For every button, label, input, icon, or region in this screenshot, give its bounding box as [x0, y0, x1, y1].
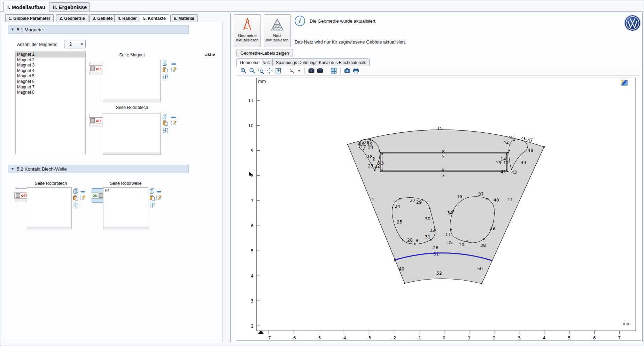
zoom-in-icon[interactable] [240, 67, 247, 74]
view-tab-geometrie[interactable]: Geometrie [236, 58, 263, 66]
magnet-list[interactable]: Magnet 1Magnet 2Magnet 3Magnet 4Magnet 5… [15, 52, 86, 154]
toggle-knob [16, 193, 20, 198]
kontakt-rotorwelle-toggle[interactable]: ON [92, 188, 104, 203]
zoom-extents-icon[interactable] [266, 67, 273, 74]
boundary-label-31: 31 [425, 234, 430, 239]
boundary-label-50: 50 [477, 266, 483, 271]
zoom-to-selection-icon[interactable] [73, 202, 79, 208]
clear-selection-icon[interactable] [156, 195, 162, 200]
magnet-list-item[interactable]: Magnet 1 [16, 52, 85, 57]
remove-selection-icon[interactable] [80, 189, 86, 195]
zoom-to-selection-icon[interactable] [149, 202, 155, 208]
graphics-toolbar [236, 66, 640, 76]
copy-selection-icon[interactable] [162, 114, 168, 119]
kontakt-rotorwelle-selection-box[interactable]: 51 [103, 187, 148, 229]
seite-rotorblech-toggle[interactable]: OFF [90, 114, 103, 127]
paste-selection-icon[interactable] [73, 195, 78, 200]
boundary-label-39: 39 [490, 226, 495, 231]
seite-rotorblech-title: Seite Rotorblech [116, 105, 148, 110]
remove-selection-icon[interactable] [156, 189, 162, 195]
tab-label: Spannungs-Dehnungs-Kurve des Blechmateri… [276, 60, 366, 65]
anzahl-magnete-dropdown[interactable]: 2 [64, 40, 86, 48]
transparency-icon[interactable] [316, 67, 324, 74]
selection-item[interactable]: 51 [103, 188, 148, 193]
magnet-list-item[interactable]: Magnet 5 [16, 73, 85, 79]
magnet-list-item[interactable]: Magnet 8 [16, 90, 85, 95]
toggle-on-label: ON [92, 194, 97, 197]
clear-selection-icon[interactable] [171, 120, 177, 125]
boundary-label-17: 17 [360, 144, 366, 149]
remove-selection-icon[interactable] [171, 61, 177, 67]
boundary-label-51: 51 [433, 251, 439, 257]
hscrollbar[interactable] [103, 100, 160, 102]
tab-modellaufbau[interactable]: I. Modellaufbau [3, 2, 49, 12]
tab-material[interactable]: 6. Material [170, 14, 198, 22]
x-axis-unit: mm [623, 321, 630, 326]
svg-text:4: 4 [251, 273, 254, 278]
svg-text:-2: -2 [392, 335, 396, 340]
paste-selection-icon[interactable] [149, 195, 155, 200]
tab-ergebnisse-label: II. Ergebnisse [53, 4, 87, 10]
svg-text:10: 10 [248, 123, 254, 128]
magnet-list-item[interactable]: Magnet 4 [16, 68, 85, 74]
tab-gebiete[interactable]: 3. Gebiete [89, 14, 116, 22]
copy-selection-icon[interactable] [73, 188, 79, 194]
zoom-to-selection-icon[interactable] [163, 127, 168, 133]
magnet-list-item[interactable]: Magnet 7 [16, 85, 85, 90]
window-divider [0, 11, 644, 11]
magnet-list-item[interactable]: Magnet 3 [16, 63, 85, 68]
show-geometry-labels-button[interactable]: Geometrie-Labels zeigen [236, 49, 293, 57]
plot-thumbnail-icon[interactable] [621, 80, 628, 86]
magnet-list-item[interactable]: Magnet 2 [16, 57, 85, 63]
zoom-out-icon[interactable] [248, 67, 256, 74]
magnet-list-item[interactable]: Magnet 6 [16, 79, 85, 85]
copy-selection-icon[interactable] [149, 188, 155, 194]
geometry-plot[interactable]: 1516201917211822322638547141312414345464… [256, 78, 636, 331]
clear-selection-icon[interactable] [171, 66, 177, 72]
print-icon[interactable] [352, 67, 360, 74]
section-kontakt[interactable]: 5.2 Kontakt Blech-Welle [8, 165, 189, 173]
boundary-label-32: 32 [429, 228, 435, 233]
section-magnete[interactable]: 5.1 Magnete [8, 25, 189, 34]
boundary-label-28: 28 [407, 237, 413, 243]
view-orientation-dropdown-icon[interactable] [297, 67, 302, 74]
boundary-label-4: 4 [441, 167, 444, 173]
tab-globale-parameter[interactable]: 1. Globale Parameter [5, 14, 54, 22]
svg-text:3: 3 [251, 298, 254, 304]
tab-kontakte[interactable]: 5. Kontakte [140, 14, 169, 22]
snapshot-camera-icon[interactable] [343, 67, 351, 74]
boundary-label-24: 24 [395, 204, 400, 209]
boundary-label-10: 10 [459, 242, 464, 247]
seite-rotorblech-selection-box[interactable] [103, 113, 161, 155]
fit-view-icon[interactable] [274, 67, 282, 74]
boundary-label-46: 46 [521, 136, 527, 141]
paste-selection-icon[interactable] [162, 120, 168, 126]
boundary-label-36: 36 [457, 194, 462, 199]
seite-magnet-selection-box[interactable] [103, 60, 161, 102]
update-geometry-button[interactable]: Geometrie aktualisieren [234, 14, 261, 47]
tab-raender[interactable]: 4. Ränder [114, 14, 140, 22]
kontakt-rotorblech-selection-box[interactable] [27, 187, 72, 229]
seite-magnet-toggle[interactable]: OFF [90, 62, 103, 75]
copy-selection-icon[interactable] [162, 61, 168, 66]
view-orientation-icon[interactable] [288, 67, 296, 74]
clear-selection-icon[interactable] [80, 195, 85, 200]
zoom-box-icon[interactable] [257, 67, 265, 74]
zoom-to-selection-icon[interactable] [163, 74, 168, 80]
hscrollbar[interactable] [27, 227, 71, 229]
svg-text:-4: -4 [342, 335, 346, 340]
hscrollbar[interactable] [103, 152, 160, 154]
kontakt-rotorblech-toggle[interactable]: OFF [15, 188, 28, 202]
hscrollbar[interactable] [103, 227, 148, 229]
remove-selection-icon[interactable] [171, 115, 177, 120]
boundary-label-45: 45 [508, 135, 514, 140]
tab-geometrie[interactable]: 2. Geometrie [56, 14, 88, 22]
grid-icon[interactable] [330, 67, 337, 74]
update-mesh-button[interactable]: Netz aktualisieren [264, 14, 291, 47]
svg-text:5: 5 [251, 248, 254, 253]
paste-selection-icon[interactable] [162, 67, 168, 72]
tab-ergebnisse[interactable]: II. Ergebnisse [50, 2, 90, 11]
update-geometry-label: Geometrie aktualisieren [235, 33, 259, 42]
view-tab-spannungs-kurve[interactable]: Spannungs-Dehnungs-Kurve des Blechmateri… [272, 58, 370, 66]
scene-light-icon[interactable] [308, 67, 315, 74]
